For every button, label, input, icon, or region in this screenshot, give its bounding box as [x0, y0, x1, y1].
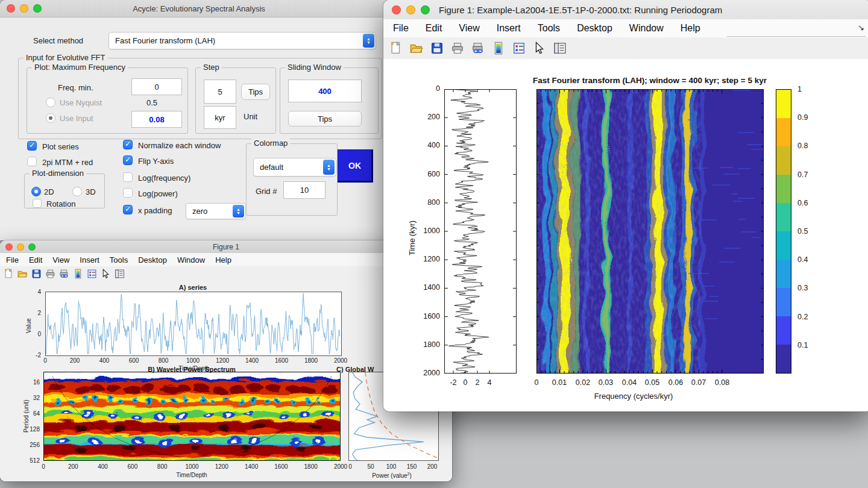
- flip-y-checkbox[interactable]: [123, 155, 133, 165]
- method-dropdown[interactable]: Fast Fourier transform (LAH) ▲▼: [108, 32, 376, 49]
- log-power-checkbox[interactable]: [123, 188, 133, 198]
- log-frequency-checkbox[interactable]: [123, 172, 133, 182]
- time-ytick: 1200: [417, 255, 440, 263]
- insert-colorbar-button[interactable]: [492, 42, 505, 55]
- x-padding-checkbox[interactable]: [123, 205, 133, 214]
- insert-colorbar-button[interactable]: [73, 269, 83, 279]
- insert-legend-button[interactable]: [87, 269, 97, 279]
- x-padding-dropdown[interactable]: zero ▲▼: [186, 203, 246, 219]
- radio-2d[interactable]: [31, 187, 41, 196]
- colormap-dropdown[interactable]: default ▲▼: [253, 158, 336, 177]
- menu-item-desktop[interactable]: Desktop: [138, 255, 167, 264]
- series-a-xtick: 600: [129, 357, 139, 364]
- save-figure-button[interactable]: [31, 269, 42, 279]
- minimize-button[interactable]: [406, 5, 415, 14]
- wavelet-ytick: 32: [23, 395, 40, 401]
- figure2-window: Figure 1: Example-La2004-1E.5T-1P-0-2000…: [383, 0, 868, 411]
- dock-arrow-icon[interactable]: ↘: [858, 23, 864, 32]
- wavelet-ytick: 512: [23, 457, 40, 464]
- freq-min-input[interactable]: 0: [131, 78, 182, 95]
- use-input-radio[interactable]: [46, 113, 55, 123]
- time-xtick: 0: [464, 378, 468, 387]
- edit-plot-button[interactable]: [533, 42, 546, 55]
- print-figure-button[interactable]: [451, 42, 464, 55]
- global-wavelet-xlabel: Power (value2): [372, 472, 412, 479]
- menu-item-edit[interactable]: Edit: [426, 23, 442, 34]
- print-figure-icon: [451, 42, 464, 55]
- series-a-xtick: 200: [70, 357, 80, 364]
- menu-item-file[interactable]: File: [6, 255, 19, 264]
- menu-item-edit[interactable]: Edit: [29, 255, 42, 264]
- zoom-button[interactable]: [421, 5, 430, 14]
- acycle-titlebar[interactable]: Acycle: Evolutionary Spectral Analysis: [0, 0, 398, 17]
- close-button[interactable]: [7, 4, 15, 13]
- colorbar-band: [776, 260, 791, 288]
- menu-item-desktop[interactable]: Desktop: [577, 23, 612, 34]
- figure2-titlebar[interactable]: Figure 1: Example-La2004-1E.5T-1P-0-2000…: [383, 0, 868, 20]
- plot-series-checkbox[interactable]: [27, 141, 37, 151]
- menu-item-file[interactable]: File: [393, 23, 409, 34]
- nyquist-value: 0.5: [146, 98, 157, 107]
- series-a-xtick: 800: [159, 357, 169, 364]
- plot-browser-button[interactable]: [115, 269, 125, 279]
- step-unit-input[interactable]: kyr: [204, 106, 236, 129]
- ok-button[interactable]: OK: [338, 149, 373, 183]
- menu-item-view[interactable]: View: [52, 255, 69, 264]
- global-wavelet-xtick: 0: [348, 463, 352, 470]
- menu-item-window[interactable]: Window: [177, 255, 205, 264]
- series-a-xtick: 1800: [304, 357, 318, 364]
- freq-min-value: 0: [154, 83, 159, 92]
- minimize-button[interactable]: [17, 243, 24, 251]
- new-figure-icon: [4, 269, 14, 279]
- use-nyquist-radio[interactable]: [46, 98, 55, 107]
- periodogram-title: Fast Fourier transform (LAH); window = 4…: [533, 76, 767, 85]
- zoom-button[interactable]: [28, 243, 36, 251]
- print-figure-icon: [45, 269, 55, 279]
- link-plot-button[interactable]: [59, 269, 69, 279]
- step-tips-button[interactable]: Tips: [241, 84, 270, 100]
- open-file-button[interactable]: [410, 42, 423, 55]
- wavelet-xtick: 0: [42, 463, 45, 470]
- menu-item-help[interactable]: Help: [215, 255, 231, 264]
- sliding-window-input[interactable]: 400: [288, 80, 362, 102]
- time-series-plot-area: [444, 89, 517, 374]
- colorbar-band: [776, 345, 791, 373]
- wavelet-ytick: 64: [23, 410, 40, 417]
- radio-3d[interactable]: [72, 187, 82, 196]
- minimize-button[interactable]: [20, 4, 28, 13]
- new-figure-button[interactable]: [389, 42, 403, 55]
- max-frequency-input[interactable]: 0.08: [131, 111, 182, 128]
- menu-item-tools[interactable]: Tools: [110, 255, 128, 264]
- use-nyquist-label: Use Nyquist: [60, 98, 102, 107]
- open-file-button[interactable]: [17, 269, 28, 279]
- edit-plot-button[interactable]: [101, 269, 111, 279]
- menu-item-insert[interactable]: Insert: [497, 23, 521, 34]
- global-wavelet-xtick: 100: [386, 463, 397, 470]
- new-figure-button[interactable]: [4, 269, 14, 279]
- save-figure-icon: [430, 42, 444, 55]
- menu-item-window[interactable]: Window: [629, 23, 664, 34]
- rotation-checkbox[interactable]: [33, 199, 42, 208]
- plot-browser-button[interactable]: [553, 42, 567, 55]
- menu-item-help[interactable]: Help: [681, 23, 700, 34]
- sliding-tips-button[interactable]: Tips: [288, 111, 362, 127]
- menu-item-tools[interactable]: Tools: [538, 23, 560, 34]
- normalize-checkbox[interactable]: [123, 140, 133, 149]
- grid-input[interactable]: 10: [283, 181, 326, 199]
- max-frequency-value: 0.08: [149, 115, 164, 124]
- mtm-checkbox[interactable]: [27, 157, 37, 166]
- close-button[interactable]: [392, 5, 401, 14]
- step-input[interactable]: 5: [204, 80, 236, 104]
- menu-item-insert[interactable]: Insert: [80, 255, 99, 264]
- method-dropdown-value: Fast Fourier transform (LAH): [115, 36, 215, 45]
- print-figure-button[interactable]: [45, 269, 55, 279]
- close-button[interactable]: [5, 243, 13, 251]
- menu-item-view[interactable]: View: [459, 23, 479, 34]
- insert-legend-button[interactable]: [512, 42, 526, 55]
- save-figure-button[interactable]: [430, 42, 444, 55]
- zoom-button[interactable]: [33, 4, 42, 13]
- wavelet-xtick: 1400: [245, 463, 258, 470]
- window-title: Acycle: Evolutionary Spectral Analysis: [0, 4, 398, 13]
- colormap-group: Colormap: [246, 143, 338, 216]
- link-plot-button[interactable]: [471, 42, 485, 55]
